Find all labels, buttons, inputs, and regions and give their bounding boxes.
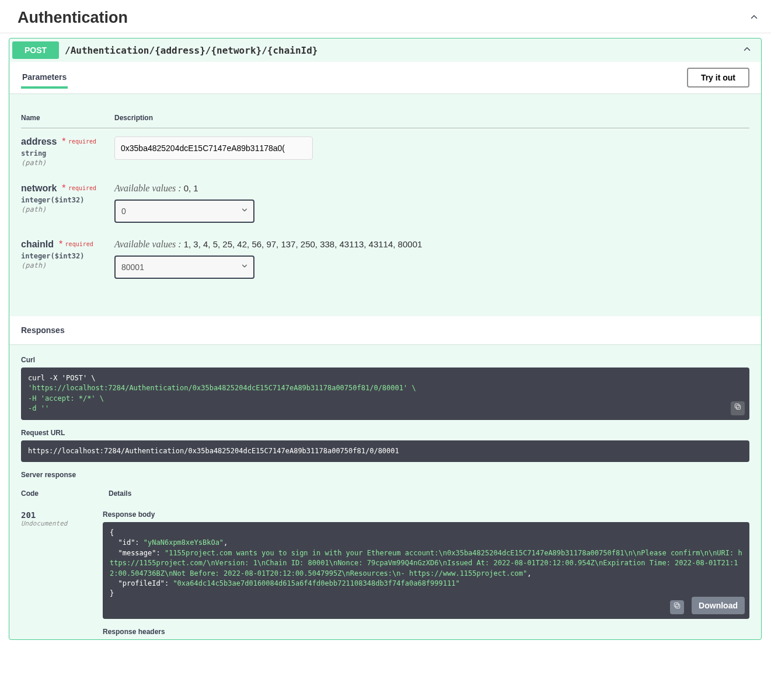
svg-rect-1 [735,404,739,408]
collapse-operation-icon[interactable] [742,44,758,57]
copy-response-button[interactable] [670,600,684,614]
undocumented-label: Undocumented [21,520,79,527]
param-row-network: network * required integer($int32) (path… [21,175,749,231]
responses-section-header: Responses [9,316,761,344]
network-select[interactable]: 0 [114,200,254,223]
param-name: network [21,183,57,193]
required-label: required [68,138,96,145]
required-star-icon: * [60,136,66,146]
response-code: 201 [21,510,79,520]
responses-section: Curl curl -X 'POST' \ 'https://localhost… [9,344,761,639]
param-in: (path) [21,260,114,270]
chainid-select[interactable]: 80001 [114,256,254,279]
request-url-label: Request URL [21,429,749,437]
operation-summary[interactable]: POST /Authentication/{address}/{network}… [9,38,761,62]
svg-rect-3 [674,603,678,607]
param-row-chainid: chainId * required integer($int32) (path… [21,231,749,287]
param-type: string [21,147,114,158]
operation-path: /Authentication/{address}/{network}/{cha… [59,45,742,56]
svg-rect-2 [676,604,680,608]
details-column-header: Details [109,489,131,498]
download-response-button[interactable]: Download [692,597,745,614]
address-input[interactable] [114,136,313,160]
tab-parameters[interactable]: Parameters [21,66,68,89]
request-url-box: https://localhost:7284/Authentication/0x… [21,440,749,462]
response-body-box: { "id": "yNaN6xpm8xeYsBkOa", "message": … [103,522,749,619]
curl-line: 'https://localhost:7284/Authentication/0… [28,384,416,392]
clipboard-icon [673,601,681,612]
response-row: 201 Undocumented Response body { "id": "… [21,510,749,639]
available-values-note: Available values : 0, 1 [114,183,749,194]
request-url-value: https://localhost:7284/Authentication/0x… [28,447,399,455]
column-header-name: Name [21,108,114,128]
curl-line: -d '' [28,404,49,412]
param-in: (path) [21,204,114,214]
param-type: integer($int32) [21,194,114,204]
param-in: (path) [21,158,114,167]
required-star-icon: * [56,239,62,249]
parameters-section-header: Parameters Try it out [9,62,761,93]
param-type: integer($int32) [21,250,114,260]
json-value: "1155project.com wants you to sign in wi… [110,549,742,578]
operation-block: POST /Authentication/{address}/{network}… [9,38,762,640]
section-title: Authentication [18,9,128,27]
json-value: "yNaN6xpm8xeYsBkOa" [144,538,224,547]
curl-line: -H 'accept: */*' \ [28,394,104,402]
response-headers-label: Response headers [103,628,749,636]
required-star-icon: * [60,183,66,193]
param-name: chainId [21,239,54,249]
param-name: address [21,136,57,146]
svg-rect-0 [737,405,741,410]
code-column-header: Code [21,489,79,498]
response-table-header: Code Details [21,489,749,498]
try-it-out-button[interactable]: Try it out [687,68,749,88]
server-response-label: Server response [21,471,749,479]
parameters-table: Name Description address * required stri… [21,108,749,287]
clipboard-icon [734,402,742,414]
http-method-badge: POST [12,41,59,59]
required-label: required [65,241,93,247]
param-row-address: address * required string (path) [21,128,749,176]
json-brace: } [110,589,742,598]
section-header: Authentication [0,0,771,33]
json-key: "message" [118,549,156,557]
available-values-note: Available values : 1, 3, 4, 5, 25, 42, 5… [114,239,749,250]
required-label: required [68,185,96,191]
json-key: "profileId" [118,579,164,587]
response-body-label: Response body [103,510,749,519]
curl-line: curl -X 'POST' \ [28,374,96,382]
json-brace: { [110,528,742,538]
collapse-section-icon[interactable] [749,12,759,24]
column-header-description: Description [114,108,749,128]
json-key: "id" [118,538,135,547]
curl-codebox: curl -X 'POST' \ 'https://localhost:7284… [21,368,749,420]
curl-label: Curl [21,356,749,364]
json-value: "0xa64dc14c5b3ae7d0160084d615a6f4fd0ebb7… [173,579,459,587]
copy-curl-button[interactable] [731,401,745,415]
